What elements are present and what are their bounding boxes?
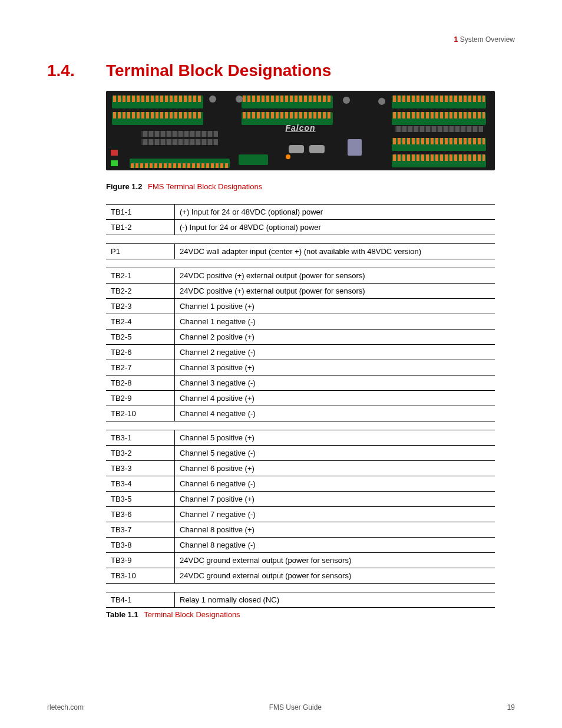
pcb-photo: Falcon [106, 91, 495, 170]
footer-left: rletech.com [47, 703, 84, 711]
table-row: TB3-7Channel 8 positive (+) [106, 522, 495, 538]
table-row: TB1-2(-) Input for 24 or 48VDC (optional… [106, 220, 495, 235]
figure-caption-text: FMS Terminal Block Designations [148, 182, 262, 191]
table-row: TB3-4Channel 6 negative (-) [106, 476, 495, 492]
table-label: Table 1.1 [106, 610, 138, 619]
table-row: TB2-124VDC positive (+) external output … [106, 268, 495, 284]
table-row: TB3-924VDC ground external output (power… [106, 553, 495, 568]
footer-page-number: 19 [507, 703, 515, 711]
table-row: TB2-8Channel 3 negative (-) [106, 375, 495, 391]
table-row: TB2-5Channel 2 positive (+) [106, 330, 495, 345]
figure-label: Figure 1.2 [106, 182, 142, 191]
table-row: TB3-1Channel 5 positive (+) [106, 430, 495, 446]
chapter-number: 1 [454, 35, 458, 44]
pcb-brand-label: Falcon [285, 123, 315, 133]
chapter-title: System Overview [460, 35, 515, 44]
table-caption: Table 1.1 Terminal Block Designations [106, 610, 515, 619]
table-row: TB2-4Channel 1 negative (-) [106, 314, 495, 330]
table-row: TB3-1024VDC ground external output (powe… [106, 568, 495, 584]
section-number: 1.4. [47, 61, 106, 80]
table-row: TB3-5Channel 7 positive (+) [106, 492, 495, 507]
table-row: TB3-2Channel 5 negative (-) [106, 446, 495, 461]
table-row: TB1-1(+) Input for 24 or 48VDC (optional… [106, 205, 495, 220]
section-heading: 1.4. Terminal Block Designations [47, 61, 515, 80]
table-row: TB3-8Channel 8 negative (-) [106, 538, 495, 553]
section-title: Terminal Block Designations [106, 61, 331, 80]
table-tb3: TB3-1Channel 5 positive (+) TB3-2Channel… [106, 430, 495, 584]
table-row: TB2-7Channel 3 positive (+) [106, 360, 495, 375]
table-row: TB4-1Relay 1 normally closed (NC) [106, 592, 495, 608]
table-row: TB3-6Channel 7 negative (-) [106, 507, 495, 522]
figure-caption: Figure 1.2 FMS Terminal Block Designatio… [106, 182, 515, 191]
table-tb4: TB4-1Relay 1 normally closed (NC) [106, 592, 495, 608]
table-row: TB2-9Channel 4 positive (+) [106, 391, 495, 406]
table-p1: P124VDC wall adapter input (center +) (n… [106, 243, 495, 259]
table-row: P124VDC wall adapter input (center +) (n… [106, 244, 495, 259]
page-footer: rletech.com FMS User Guide 19 [47, 703, 515, 711]
footer-center: FMS User Guide [269, 703, 322, 711]
table-tb2: TB2-124VDC positive (+) external output … [106, 268, 495, 421]
table-row: TB2-10Channel 4 negative (-) [106, 406, 495, 421]
table-row: TB2-224VDC positive (+) external output … [106, 284, 495, 299]
table-row: TB2-6Channel 2 negative (-) [106, 345, 495, 360]
table-row: TB2-3Channel 1 positive (+) [106, 299, 495, 314]
running-header: 1 System Overview [47, 35, 515, 44]
table-tb1: TB1-1(+) Input for 24 or 48VDC (optional… [106, 204, 495, 235]
table-caption-text: Terminal Block Designations [144, 610, 240, 619]
table-row: TB3-3Channel 6 positive (+) [106, 461, 495, 476]
